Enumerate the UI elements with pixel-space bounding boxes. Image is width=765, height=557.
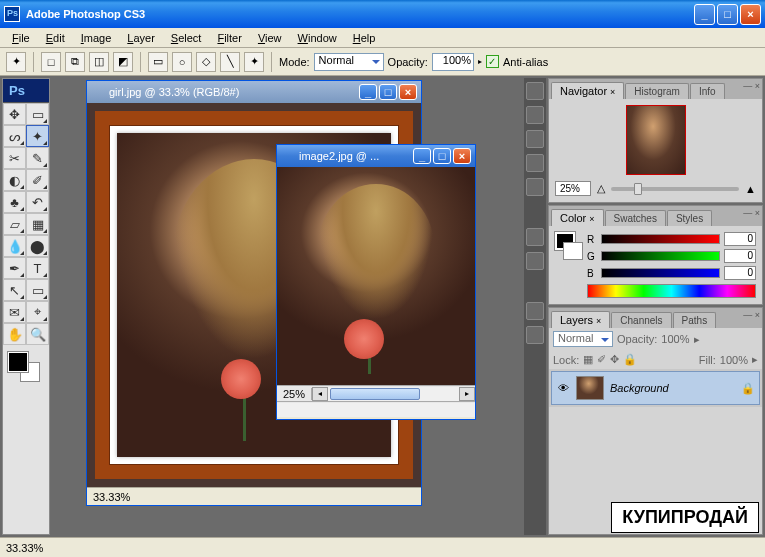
g-slider[interactable] xyxy=(601,251,720,261)
navigator-thumbnail[interactable] xyxy=(626,105,686,175)
close-icon[interactable]: × xyxy=(610,87,615,97)
type-tool[interactable]: T xyxy=(26,257,49,279)
tab-color[interactable]: Color× xyxy=(551,209,604,226)
document-titlebar[interactable]: image2.jpg @ ... _ □ × xyxy=(277,145,475,167)
move-tool[interactable]: ✥ xyxy=(3,103,26,125)
doc-minimize-button[interactable]: _ xyxy=(413,148,431,164)
stamp-tool[interactable]: ♣ xyxy=(3,191,26,213)
dock-icon[interactable] xyxy=(526,178,544,196)
panel-menu-icon[interactable]: — × xyxy=(743,208,760,218)
shape-tool[interactable]: ▭ xyxy=(26,279,49,301)
selection-add-icon[interactable]: ⧉ xyxy=(65,52,85,72)
lasso-tool[interactable]: ᔕ xyxy=(3,125,26,147)
close-button[interactable]: × xyxy=(740,4,761,25)
tab-info[interactable]: Info xyxy=(690,83,725,99)
eyedropper-tool[interactable]: ⌖ xyxy=(26,301,49,323)
menu-filter[interactable]: Filter xyxy=(211,30,247,46)
dock-icon[interactable] xyxy=(526,130,544,148)
doc-close-button[interactable]: × xyxy=(453,148,471,164)
zoom-tool[interactable]: 🔍 xyxy=(26,323,49,345)
menu-view[interactable]: View xyxy=(252,30,288,46)
selection-new-icon[interactable]: □ xyxy=(41,52,61,72)
opacity-arrow-icon[interactable]: ▸ xyxy=(478,57,482,66)
lock-pixels-icon[interactable]: ✐ xyxy=(597,353,606,366)
menu-layer[interactable]: Layer xyxy=(121,30,161,46)
doc-maximize-button[interactable]: □ xyxy=(433,148,451,164)
dock-icon[interactable] xyxy=(526,252,544,270)
panel-menu-icon[interactable]: — × xyxy=(743,310,760,320)
active-tool-icon[interactable]: ✦ xyxy=(6,52,26,72)
arrow-icon[interactable]: ▸ xyxy=(694,333,700,346)
menu-image[interactable]: Image xyxy=(75,30,118,46)
tab-navigator[interactable]: Navigator× xyxy=(551,82,624,99)
menu-window[interactable]: Window xyxy=(292,30,343,46)
menu-help[interactable]: Help xyxy=(347,30,382,46)
notes-tool[interactable]: ✉ xyxy=(3,301,26,323)
panel-menu-icon[interactable]: — × xyxy=(743,81,760,91)
visibility-icon[interactable]: 👁 xyxy=(556,381,570,395)
tab-paths[interactable]: Paths xyxy=(673,312,717,328)
resize-grip[interactable] xyxy=(277,403,475,417)
minimize-button[interactable]: _ xyxy=(694,4,715,25)
dock-icon[interactable] xyxy=(526,302,544,320)
layer-name[interactable]: Background xyxy=(610,382,669,394)
tab-swatches[interactable]: Swatches xyxy=(605,210,666,226)
r-slider[interactable] xyxy=(601,234,720,244)
shape-ellipse-icon[interactable]: ○ xyxy=(172,52,192,72)
dock-icon[interactable] xyxy=(526,106,544,124)
maximize-button[interactable]: □ xyxy=(717,4,738,25)
zoom-in-icon[interactable]: ▲ xyxy=(745,183,756,195)
eraser-tool[interactable]: ▱ xyxy=(3,213,26,235)
hand-tool[interactable]: ✋ xyxy=(3,323,26,345)
tab-layers[interactable]: Layers× xyxy=(551,311,610,328)
scroll-right-button[interactable]: ▸ xyxy=(459,387,475,401)
doc-maximize-button[interactable]: □ xyxy=(379,84,397,100)
selection-intersect-icon[interactable]: ◩ xyxy=(113,52,133,72)
selection-subtract-icon[interactable]: ◫ xyxy=(89,52,109,72)
b-value-input[interactable]: 0 xyxy=(724,266,756,280)
lock-transparency-icon[interactable]: ▦ xyxy=(583,353,593,366)
tab-histogram[interactable]: Histogram xyxy=(625,83,689,99)
document-zoom[interactable]: 25% xyxy=(277,388,312,400)
path-select-tool[interactable]: ↖ xyxy=(3,279,26,301)
arrow-icon[interactable]: ▸ xyxy=(752,353,758,366)
close-icon[interactable]: × xyxy=(589,214,594,224)
tab-channels[interactable]: Channels xyxy=(611,312,671,328)
marquee-tool[interactable]: ▭ xyxy=(26,103,49,125)
tab-styles[interactable]: Styles xyxy=(667,210,712,226)
shape-poly-icon[interactable]: ◇ xyxy=(196,52,216,72)
shape-line-icon[interactable]: ╲ xyxy=(220,52,240,72)
antialias-checkbox[interactable]: ✓ xyxy=(486,55,499,68)
menu-select[interactable]: Select xyxy=(165,30,208,46)
layer-item[interactable]: 👁 Background 🔒 xyxy=(551,371,760,405)
doc-close-button[interactable]: × xyxy=(399,84,417,100)
document-titlebar[interactable]: girl.jpg @ 33.3% (RGB/8#) _ □ × xyxy=(87,81,421,103)
opacity-input[interactable]: 100% xyxy=(432,53,474,71)
dock-icon[interactable] xyxy=(526,154,544,172)
magic-wand-tool[interactable]: ✦ xyxy=(26,125,49,147)
layer-opacity-value[interactable]: 100% xyxy=(661,333,689,345)
shape-custom-icon[interactable]: ✦ xyxy=(244,52,264,72)
blend-mode-select[interactable]: Normal xyxy=(553,331,613,347)
gradient-tool[interactable]: ▦ xyxy=(26,213,49,235)
shape-rect-icon[interactable]: ▭ xyxy=(148,52,168,72)
dock-icon[interactable] xyxy=(526,228,544,246)
doc-minimize-button[interactable]: _ xyxy=(359,84,377,100)
close-icon[interactable]: × xyxy=(596,316,601,326)
r-value-input[interactable]: 0 xyxy=(724,232,756,246)
dock-icon[interactable] xyxy=(526,326,544,344)
slice-tool[interactable]: ✎ xyxy=(26,147,49,169)
zoom-slider[interactable] xyxy=(611,187,739,191)
history-brush-tool[interactable]: ↶ xyxy=(26,191,49,213)
slider-handle[interactable] xyxy=(634,183,642,195)
menu-edit[interactable]: Edit xyxy=(40,30,71,46)
document-canvas[interactable] xyxy=(277,167,475,385)
g-value-input[interactable]: 0 xyxy=(724,249,756,263)
b-slider[interactable] xyxy=(601,268,720,278)
document-zoom[interactable]: 33.33% xyxy=(93,491,130,503)
blur-tool[interactable]: 💧 xyxy=(3,235,26,257)
layer-thumbnail[interactable] xyxy=(576,376,604,400)
statusbar-zoom[interactable]: 33.33% xyxy=(6,542,43,554)
foreground-color-swatch[interactable] xyxy=(8,352,28,372)
scroll-left-button[interactable]: ◂ xyxy=(312,387,328,401)
